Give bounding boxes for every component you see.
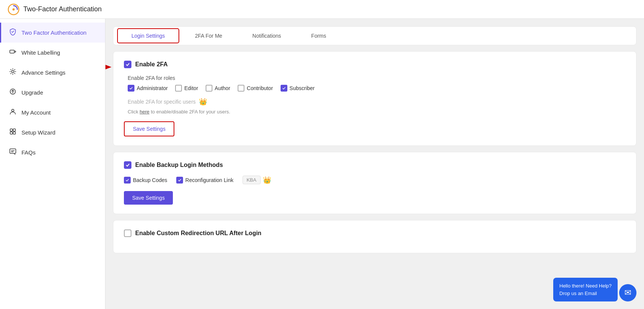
role-item-administrator: Administrator <box>128 85 168 92</box>
sidebar-item-label-faqs: FAQs <box>21 149 36 156</box>
svg-rect-6 <box>10 129 12 131</box>
help-bubble-button[interactable]: ✉ <box>619 284 636 301</box>
reconfiguration-link-label: Reconfiguration Link <box>185 177 233 183</box>
tab-forms[interactable]: Forms <box>297 28 340 43</box>
backup-login-checkbox[interactable] <box>124 161 131 169</box>
help-widget[interactable]: Hello there! Need Help? Drop us an Email <box>553 278 618 301</box>
tab-2fa-for-me[interactable]: 2FA For Me <box>181 28 237 43</box>
custom-redirect-checkbox[interactable] <box>124 229 131 237</box>
person-icon <box>9 108 17 117</box>
tabs-row: Login Settings 2FA For Me Notifications … <box>117 27 632 45</box>
enable-2fa-header: Enable 2FA <box>124 61 626 68</box>
sidebar-item-white-labelling[interactable]: White Labelling <box>0 43 105 63</box>
svg-rect-10 <box>10 149 16 153</box>
role-checkbox-contributor[interactable] <box>238 85 244 92</box>
tag-icon <box>9 48 17 57</box>
role-checkbox-editor[interactable] <box>175 85 182 92</box>
sidebar-item-advance-settings[interactable]: Advance Settings <box>0 63 105 83</box>
wizard-icon <box>9 128 17 137</box>
sidebar-item-upgrade[interactable]: Upgrade <box>0 83 105 102</box>
custom-redirect-card: Enable Custom Redirection URL After Logi… <box>113 220 636 253</box>
backup-login-title: Enable Backup Login Methods <box>135 162 223 168</box>
svg-point-1 <box>12 8 15 11</box>
tabs-wrapper: Login Settings 2FA For Me Notifications … <box>113 26 636 45</box>
role-label-editor: Editor <box>184 85 198 91</box>
role-checkbox-author[interactable] <box>206 85 212 92</box>
sidebar-item-faqs[interactable]: FAQs <box>0 142 105 162</box>
gear-icon <box>9 68 17 77</box>
tab-login-settings[interactable]: Login Settings <box>117 28 179 43</box>
backup-method-backup-codes: Backup Codes <box>124 177 167 184</box>
sidebar-item-label-setup-wizard: Setup Wizard <box>21 129 55 136</box>
sidebar-item-label-two-factor: Two Factor Authentication <box>21 29 87 36</box>
role-item-editor: Editor <box>175 85 198 92</box>
page-title: Two-Factor Authentication <box>23 5 102 13</box>
backup-login-header: Enable Backup Login Methods <box>124 161 626 169</box>
role-label-subscriber: Subscriber <box>290 85 315 91</box>
shield-icon <box>9 28 17 37</box>
backup-method-kba: KBA 👑 <box>243 176 271 184</box>
crown-icon-specific-users: 👑 <box>199 98 207 106</box>
role-checkbox-subscriber[interactable] <box>281 85 287 92</box>
click-here-link[interactable]: here <box>140 109 150 115</box>
roles-row: Administrator Editor Author <box>128 85 626 92</box>
svg-rect-7 <box>13 129 15 131</box>
backup-methods-row: Backup Codes Reconfiguration Link KBA 👑 <box>124 176 626 184</box>
specific-users-label: Enable 2FA for specific users <box>128 99 196 105</box>
specific-users-row: Enable 2FA for specific users 👑 <box>128 98 626 106</box>
sidebar-item-label-advance-settings: Advance Settings <box>21 69 66 76</box>
app-logo <box>8 3 20 15</box>
arrow-indicator <box>105 61 113 73</box>
sidebar-item-label-upgrade: Upgrade <box>21 89 43 96</box>
sidebar-item-label-white-labelling: White Labelling <box>21 49 60 56</box>
roles-section: Enable 2FA for roles Administrator Edito… <box>128 75 626 115</box>
role-item-contributor: Contributor <box>238 85 273 92</box>
main-content: Login Settings 2FA For Me Notifications … <box>105 19 644 309</box>
backup-codes-checkbox[interactable] <box>124 177 131 184</box>
crown-icon-kba: 👑 <box>263 176 271 184</box>
click-here-text: Click here to enable/disable 2FA for you… <box>128 109 626 115</box>
save-settings-button-backup[interactable]: Save Settings <box>124 191 173 205</box>
role-item-author: Author <box>206 85 230 92</box>
svg-point-3 <box>12 70 14 73</box>
custom-redirect-title: Enable Custom Redirection URL After Logi… <box>135 230 261 237</box>
svg-rect-2 <box>10 50 14 53</box>
svg-rect-9 <box>13 132 15 134</box>
tab-notifications[interactable]: Notifications <box>238 28 295 43</box>
svg-point-5 <box>12 109 14 112</box>
sidebar-item-two-factor[interactable]: Two Factor Authentication <box>0 23 105 43</box>
roles-label: Enable 2FA for roles <box>128 75 626 81</box>
enable-2fa-checkbox[interactable] <box>124 61 131 68</box>
role-label-author: Author <box>215 85 230 91</box>
sidebar-item-setup-wizard[interactable]: Setup Wizard <box>0 122 105 142</box>
sidebar-item-label-my-account: My Account <box>21 109 51 116</box>
enable-2fa-card: Enable 2FA Enable 2FA for roles Administ… <box>113 51 636 146</box>
upgrade-icon <box>9 88 17 97</box>
top-bar: Two-Factor Authentication <box>0 0 644 19</box>
role-label-administrator: Administrator <box>137 85 168 91</box>
role-item-subscriber: Subscriber <box>281 85 315 92</box>
backup-codes-label: Backup Codes <box>133 177 167 183</box>
custom-redirect-header: Enable Custom Redirection URL After Logi… <box>124 229 626 237</box>
reconfiguration-link-checkbox[interactable] <box>176 177 183 184</box>
sidebar-item-my-account[interactable]: My Account <box>0 102 105 122</box>
backup-login-card: Enable Backup Login Methods Backup Codes… <box>113 152 636 214</box>
email-icon: ✉ <box>624 288 631 298</box>
save-settings-button-2fa[interactable]: Save Settings <box>124 121 174 136</box>
faq-icon <box>9 148 17 157</box>
sidebar: Two Factor Authentication White Labellin… <box>0 19 105 309</box>
role-label-contributor: Contributor <box>247 85 273 91</box>
role-checkbox-administrator[interactable] <box>128 85 134 92</box>
svg-rect-8 <box>10 132 12 134</box>
backup-method-reconfiguration-link: Reconfiguration Link <box>176 177 233 184</box>
kba-badge: KBA <box>243 176 261 184</box>
enable-2fa-title: Enable 2FA <box>135 61 168 68</box>
